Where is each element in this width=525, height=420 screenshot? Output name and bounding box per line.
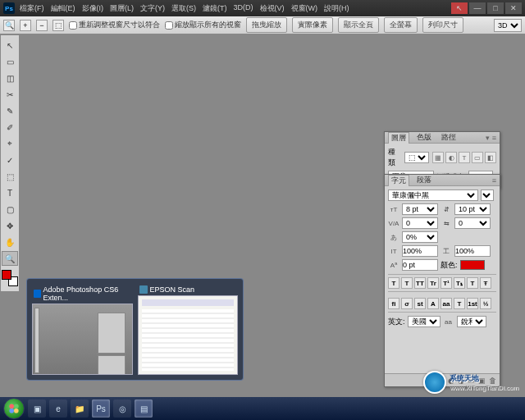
zoom-in-icon[interactable]: +: [20, 20, 31, 31]
menu-edit[interactable]: 編輯(E): [51, 3, 75, 14]
lang-label: 英文:: [388, 317, 405, 327]
italic-button[interactable]: T: [401, 277, 413, 289]
tracking-input[interactable]: 0: [454, 217, 491, 229]
vscale-input[interactable]: [402, 245, 438, 257]
panel-menu-icon[interactable]: ≡: [492, 134, 496, 142]
lasso-tool[interactable]: ◫: [2, 71, 18, 85]
ot-titl-button[interactable]: T: [454, 298, 465, 309]
font-size-icon: тT: [388, 203, 399, 215]
stamp-tool[interactable]: ⌖: [2, 136, 18, 151]
alt-tab-switcher[interactable]: Adobe Photoshop CS6 Exten... EPSON Scan: [26, 278, 244, 381]
marquee-tool[interactable]: ▭: [2, 54, 18, 69]
filter-type-icon[interactable]: T: [459, 152, 470, 163]
path-tool[interactable]: ✥: [2, 218, 18, 233]
panel-collapse-icon[interactable]: ▾: [486, 134, 490, 142]
fit-screen-button[interactable]: 顯示全頁: [338, 17, 379, 33]
shape-tool[interactable]: ▢: [2, 202, 18, 217]
menu-window[interactable]: 視窗(W): [291, 3, 318, 14]
filter-pixel-icon[interactable]: ▦: [432, 152, 444, 163]
font-family-select[interactable]: 華康儷中黑: [388, 189, 478, 201]
ot-dlig-button[interactable]: st: [414, 298, 426, 309]
font-style-select[interactable]: -: [481, 189, 494, 201]
crop-tool[interactable]: ✂: [2, 87, 18, 102]
eyedropper-tool[interactable]: ✎: [2, 103, 18, 118]
taskbar-epson-icon[interactable]: ▤: [135, 399, 153, 418]
lang-select[interactable]: 美國: [408, 316, 441, 327]
svg-point-0: [9, 404, 14, 409]
resize-window-checkbox[interactable]: 重新調整視窗尺寸以符合: [69, 20, 160, 30]
workspace-select[interactable]: 3D: [494, 19, 522, 32]
character-tab[interactable]: 字元: [388, 175, 409, 186]
color-swatches[interactable]: [2, 270, 18, 286]
hand-tool[interactable]: ✋: [2, 235, 18, 249]
menu-filter[interactable]: 濾鏡(T): [203, 3, 227, 14]
strike-button[interactable]: Ŧ: [480, 277, 491, 289]
menu-image[interactable]: 影像(I): [82, 3, 104, 14]
zoom-out-icon[interactable]: −: [36, 20, 48, 31]
alt-tab-item-photoshop[interactable]: Adobe Photoshop CS6 Exten...: [32, 284, 133, 375]
channels-tab[interactable]: 色版: [414, 132, 434, 143]
antialias-select[interactable]: 銳利: [457, 316, 486, 327]
smallcaps-button[interactable]: Tr: [427, 277, 439, 289]
fill-screen-button[interactable]: 全螢幕: [384, 17, 418, 33]
hscale-input[interactable]: [454, 245, 491, 257]
filter-adjust-icon[interactable]: ◐: [445, 152, 457, 163]
ot-ordn-button[interactable]: 1st: [467, 298, 478, 309]
kind-select[interactable]: ⬚: [404, 152, 429, 163]
font-size-input[interactable]: 8 pt: [402, 203, 438, 215]
leading-input[interactable]: 10 pt: [454, 203, 491, 215]
taskbar-photoshop-icon[interactable]: Ps: [92, 399, 110, 418]
window-max-button[interactable]: □: [487, 2, 504, 14]
paths-tab[interactable]: 路徑: [439, 132, 459, 143]
menu-help[interactable]: 說明(H): [324, 3, 349, 14]
zoom-tool-icon[interactable]: 🔍: [3, 20, 15, 31]
menu-view[interactable]: 檢視(V): [260, 3, 285, 14]
actual-pixels-button[interactable]: 實際像素: [292, 17, 333, 33]
filter-shape-icon[interactable]: ▭: [472, 152, 483, 163]
window-min-button[interactable]: —: [469, 2, 486, 14]
brush-tool[interactable]: ✐: [2, 120, 18, 135]
menu-type[interactable]: 文字(Y): [140, 3, 165, 14]
window-pointer-button[interactable]: ↖: [451, 2, 468, 14]
print-size-button[interactable]: 列印尺寸: [422, 17, 463, 33]
taskbar-ie-icon[interactable]: e: [49, 399, 67, 418]
window-close-button[interactable]: ✕: [505, 2, 522, 14]
paragraph-tab[interactable]: 段落: [414, 175, 434, 185]
zoom-tool[interactable]: 🔍: [2, 251, 18, 266]
superscript-button[interactable]: T¹: [441, 277, 452, 289]
text-color-swatch[interactable]: [460, 260, 485, 270]
menu-3d[interactable]: 3D(D): [234, 3, 253, 14]
baseline-input[interactable]: [402, 259, 438, 271]
zoom-all-checkbox[interactable]: 縮放顯示所有的視窗: [165, 20, 241, 30]
taskbar-explorer-icon[interactable]: ▣: [28, 399, 46, 418]
foreground-color-swatch[interactable]: [2, 270, 11, 280]
type-tool[interactable]: T: [2, 185, 18, 200]
allcaps-button[interactable]: TT: [414, 277, 426, 289]
menu-layer[interactable]: 圖層(L): [110, 3, 134, 14]
filter-smart-icon[interactable]: ◧: [485, 152, 496, 163]
ot-liga-button[interactable]: fi: [388, 298, 399, 309]
ot-frac-button[interactable]: ½: [480, 298, 491, 309]
subscript-button[interactable]: T₁: [454, 277, 465, 289]
eraser-tool[interactable]: ✓: [2, 153, 18, 167]
scrubby-zoom-button[interactable]: 拖曳縮放: [246, 17, 287, 33]
move-tool[interactable]: ↖: [2, 38, 18, 52]
underline-button[interactable]: T: [467, 277, 478, 289]
gradient-tool[interactable]: ⬚: [2, 169, 18, 184]
taskbar-360-icon[interactable]: ◎: [113, 399, 131, 418]
panel-menu-icon[interactable]: ≡: [492, 176, 496, 185]
zoom-fit-icon[interactable]: ⬚: [52, 20, 64, 31]
layers-tab[interactable]: 圖層: [388, 132, 409, 144]
ot-salt-button[interactable]: aa: [441, 298, 452, 309]
kerning-input[interactable]: 0: [402, 217, 438, 229]
ot-swsh-button[interactable]: A: [427, 298, 439, 309]
start-button[interactable]: [3, 398, 25, 419]
menu-select[interactable]: 選取(S): [171, 3, 196, 14]
alt-tab-item-epson[interactable]: EPSON Scan: [138, 284, 239, 375]
shift-icon: あ: [388, 231, 399, 243]
bold-button[interactable]: T: [388, 277, 399, 289]
shift-input[interactable]: 0%: [402, 231, 438, 243]
taskbar-folder-icon[interactable]: 📁: [71, 399, 89, 418]
ot-calt-button[interactable]: σ: [401, 298, 413, 309]
menu-file[interactable]: 檔案(F): [20, 3, 44, 14]
